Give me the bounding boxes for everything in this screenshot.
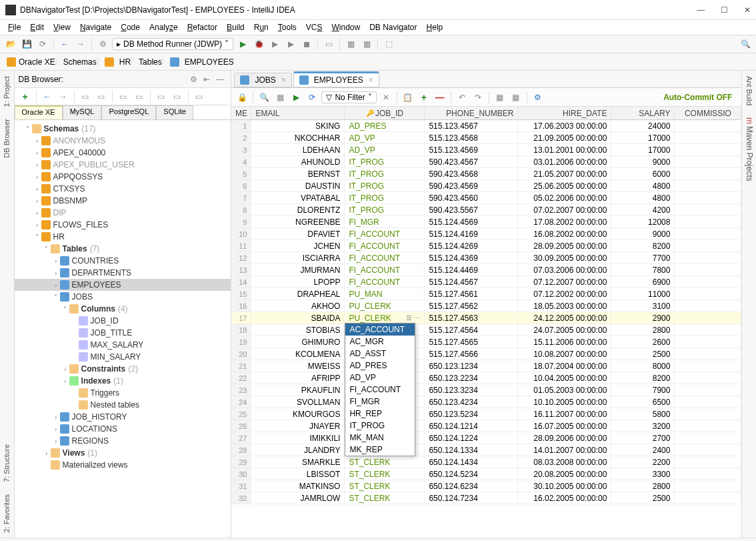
cell-salary[interactable]: 24000 (611, 120, 675, 132)
cell-salary[interactable]: 2500 (611, 348, 675, 360)
cell-email[interactable]: KCOLMENA (251, 348, 345, 360)
cell-salary[interactable]: 6900 (611, 276, 675, 288)
cell-jobid[interactable]: FI_ACCOUNT (345, 264, 425, 276)
reload-icon[interactable]: ⟳ (305, 91, 319, 104)
rownum[interactable]: 7 (231, 192, 251, 204)
grid-icon[interactable]: ▦ (273, 91, 287, 104)
cell-hire[interactable]: 25.06.2005 00:00:00 (518, 180, 611, 192)
tree-item--b-columns-b-[interactable]: ˅Columns(4) (15, 303, 231, 315)
cell-hire[interactable]: 07.02.2007 00:00:00 (518, 204, 611, 216)
conn-tab-oraclexe[interactable]: Oracle XE (15, 105, 63, 119)
crumb-employees[interactable]: EMPLOYEES (167, 57, 239, 67)
schema-tree[interactable]: ˅Schemas(17)›ANONYMOUS›APEX_040000›APEX_… (15, 120, 231, 538)
cell-salary[interactable]: 8000 (611, 360, 675, 372)
debug-icon[interactable]: 🐞 (252, 37, 265, 51)
dropdown-option-ac_mgr[interactable]: AC_MGR (345, 336, 415, 348)
rownum[interactable]: 1 (231, 120, 251, 132)
rownum[interactable]: 27 (231, 432, 251, 444)
cell-phone[interactable]: 515.124.4269 (425, 240, 518, 252)
tree-item-dbsnmp[interactable]: ›DBSNMP (15, 195, 231, 207)
delete-row-icon[interactable]: — (433, 91, 447, 104)
cell-commission[interactable] (675, 384, 741, 396)
cell-commission[interactable] (675, 156, 741, 168)
play-icon[interactable]: ▶ (289, 91, 303, 104)
rownum[interactable]: 19 (231, 336, 251, 348)
cell-hire[interactable]: 28.09.2005 00:00:00 (518, 240, 611, 252)
undo-icon[interactable]: ↶ (455, 91, 469, 104)
close-button[interactable]: ✕ (744, 5, 751, 15)
rownum[interactable]: 30 (231, 468, 251, 480)
cell-salary[interactable]: 8200 (611, 372, 675, 384)
cell-commission[interactable] (675, 348, 741, 360)
cell-salary[interactable]: 3300 (611, 468, 675, 480)
cell-phone[interactable]: 590.423.4560 (425, 192, 518, 204)
cell-hire[interactable]: 20.08.2005 00:00:00 (518, 468, 611, 480)
cell-hire[interactable]: 28.09.2006 00:00:00 (518, 432, 611, 444)
cell-salary[interactable]: 7900 (611, 384, 675, 396)
collapse-all-icon[interactable]: ▭ (95, 90, 108, 103)
cell-phone[interactable]: 515.127.4562 (425, 300, 518, 312)
cell-email[interactable]: KMOURGOS (251, 408, 345, 420)
cell-hire[interactable]: 18.07.2004 00:00:00 (518, 360, 611, 372)
crumb-tables[interactable]: Tables (136, 57, 167, 67)
tree-item-regions[interactable]: ›REGIONS (15, 435, 231, 447)
run-config-selector[interactable]: ▸ DB Method Runner (JDWP) ˅ (112, 38, 233, 50)
add-icon[interactable]: + (19, 90, 32, 103)
menu-dbnavigator[interactable]: DB Navigator (365, 21, 421, 33)
cell-salary[interactable]: 17000 (611, 132, 675, 144)
cell-salary[interactable]: 5800 (611, 408, 675, 420)
cell-commission[interactable] (675, 468, 741, 480)
dropdown-option-hr_rep[interactable]: HR_REP (345, 408, 415, 420)
cell-salary[interactable]: 2700 (611, 432, 675, 444)
settings-icon[interactable]: ⚙ (531, 91, 545, 104)
tree-item-max_salary[interactable]: MAX_SALARY (15, 339, 231, 351)
cell-email[interactable]: JAMRLOW (251, 492, 345, 504)
toolwin-structure[interactable]: 7: Structure (1, 442, 12, 485)
cell-jobid[interactable]: IT_PROG (345, 204, 425, 216)
cell-phone[interactable]: 650.124.5234 (425, 468, 518, 480)
cell-jobid[interactable]: IT_PROG (345, 168, 425, 180)
tree-item-min_salary[interactable]: MIN_SALARY (15, 351, 231, 363)
cell-commission[interactable] (675, 228, 741, 240)
export-icon[interactable]: ▦ (493, 91, 507, 104)
cell-hire[interactable]: 14.01.2007 00:00:00 (518, 444, 611, 456)
rownum[interactable]: 24 (231, 396, 251, 408)
cell-commission[interactable] (675, 180, 741, 192)
dropdown-option-fi_account[interactable]: FI_ACCOUNT (345, 384, 415, 396)
minimize-button[interactable]: — (697, 5, 705, 15)
cell-salary[interactable]: 4800 (611, 192, 675, 204)
menu-refactor[interactable]: Refactor (183, 21, 221, 33)
refresh-icon[interactable]: ▭ (193, 90, 206, 103)
cell-email[interactable]: SKING (251, 120, 345, 132)
cell-email[interactable]: SVOLLMAN (251, 396, 345, 408)
col-header-hire_date[interactable]: HIRE_DATE (518, 107, 611, 120)
zoom-icon[interactable]: 🔍 (257, 91, 271, 104)
col-header-email[interactable]: EMAIL (251, 107, 345, 120)
cell-commission[interactable] (675, 132, 741, 144)
cell-hire[interactable]: 10.04.2005 00:00:00 (518, 372, 611, 384)
cell-hire[interactable]: 17.08.2002 00:00:00 (518, 216, 611, 228)
cell-phone[interactable]: 515.124.4469 (425, 264, 518, 276)
maximize-button[interactable]: ☐ (721, 5, 728, 15)
cell-phone[interactable]: 650.123.4234 (425, 396, 518, 408)
editor-tab-jobs[interactable]: JOBS× (234, 73, 291, 87)
cell-commission[interactable] (675, 396, 741, 408)
run-icon[interactable]: ▶ (236, 37, 249, 51)
build-icon[interactable]: ⚙ (96, 37, 109, 51)
menu-vcs[interactable]: VCS (302, 21, 327, 33)
cell-commission[interactable] (675, 336, 741, 348)
db-tool-icon[interactable]: ▦ (344, 37, 357, 51)
col-header-commissio[interactable]: COMMISSIO (675, 107, 741, 120)
cell-email[interactable]: DLORENTZ (251, 204, 345, 216)
cell-phone[interactable]: 590.423.4569 (425, 180, 518, 192)
cell-commission[interactable] (675, 288, 741, 300)
forward-icon[interactable]: → (74, 37, 87, 51)
cell-jobid[interactable]: ST_CLERK (345, 492, 425, 504)
tree-item-ctxsys[interactable]: ›CTXSYS (15, 183, 231, 195)
menu-tools[interactable]: Tools (274, 21, 301, 33)
rownum[interactable]: 3 (231, 144, 251, 156)
tree-item-hr[interactable]: ˅HR (15, 231, 231, 243)
menu-run[interactable]: Run (250, 21, 273, 33)
rownum[interactable]: 16 (231, 300, 251, 312)
cell-salary[interactable]: 11000 (611, 288, 675, 300)
